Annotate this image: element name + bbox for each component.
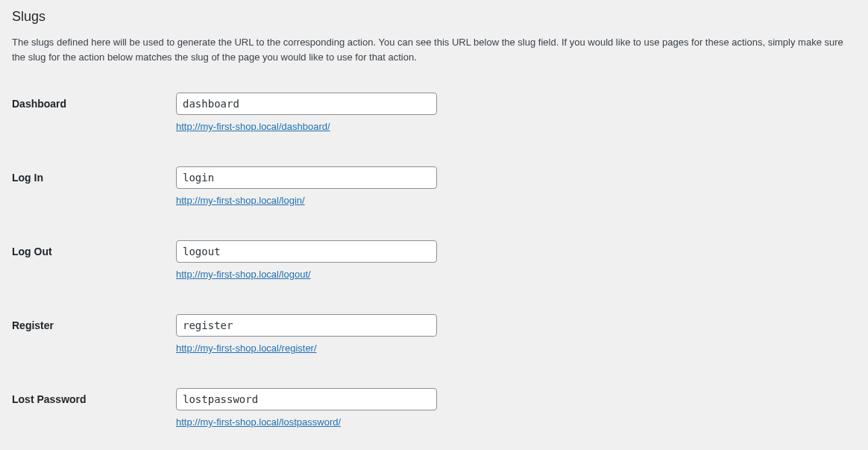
- logout-label: Log Out: [12, 233, 176, 307]
- dashboard-url-link[interactable]: http://my-first-shop.local/dashboard/: [176, 121, 330, 132]
- login-url-link[interactable]: http://my-first-shop.local/login/: [176, 195, 305, 206]
- lostpassword-label: Lost Password: [12, 381, 176, 450]
- table-row: Log In http://my-first-shop.local/login/: [12, 159, 856, 233]
- logout-cell: http://my-first-shop.local/logout/: [176, 233, 856, 307]
- logout-url-link[interactable]: http://my-first-shop.local/logout/: [176, 269, 311, 280]
- login-label: Log In: [12, 159, 176, 233]
- table-row: Lost Password http://my-first-shop.local…: [12, 381, 856, 450]
- table-row: Register http://my-first-shop.local/regi…: [12, 307, 856, 381]
- lostpassword-input[interactable]: [176, 388, 437, 410]
- login-cell: http://my-first-shop.local/login/: [176, 159, 856, 233]
- slugs-settings-section: Slugs The slugs defined here will be use…: [0, 0, 868, 450]
- register-url-link[interactable]: http://my-first-shop.local/register/: [176, 343, 317, 354]
- lostpassword-url-link[interactable]: http://my-first-shop.local/lostpassword/: [176, 416, 341, 428]
- register-cell: http://my-first-shop.local/register/: [176, 307, 856, 381]
- section-title: Slugs: [12, 9, 856, 25]
- dashboard-label: Dashboard: [12, 85, 176, 159]
- slugs-form-table: Dashboard http://my-first-shop.local/das…: [12, 85, 856, 450]
- register-input[interactable]: [176, 314, 437, 337]
- table-row: Dashboard http://my-first-shop.local/das…: [12, 85, 856, 159]
- lostpassword-cell: http://my-first-shop.local/lostpassword/: [176, 381, 856, 450]
- login-input[interactable]: [176, 166, 437, 189]
- dashboard-input[interactable]: [176, 93, 437, 115]
- dashboard-cell: http://my-first-shop.local/dashboard/: [176, 85, 856, 159]
- table-row: Log Out http://my-first-shop.local/logou…: [12, 233, 856, 307]
- section-description: The slugs defined here will be used to g…: [12, 35, 855, 64]
- register-label: Register: [12, 307, 176, 381]
- logout-input[interactable]: [176, 240, 437, 263]
